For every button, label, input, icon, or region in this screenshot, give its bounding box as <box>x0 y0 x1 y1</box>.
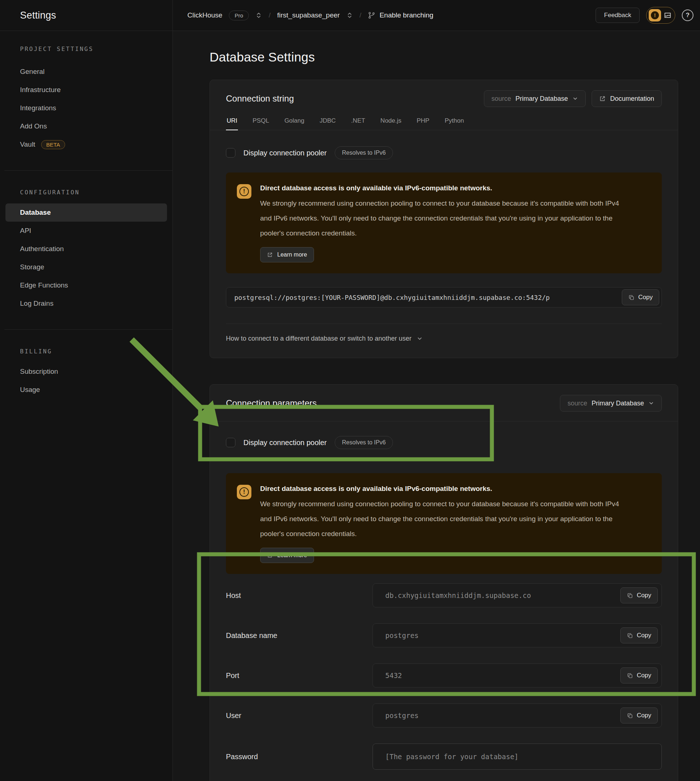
copy-uri-button[interactable]: Copy <box>622 289 659 305</box>
connection-string-card: Connection string source Primary Databas… <box>210 80 678 358</box>
external-link-icon <box>267 252 273 258</box>
copy-icon <box>627 673 633 679</box>
enable-branching-label: Enable branching <box>380 11 433 19</box>
copy-user-button[interactable]: Copy <box>620 708 658 724</box>
display-pooler-label-2: Display connection pooler <box>243 439 327 447</box>
sidebar-item-infrastructure[interactable]: Infrastructure <box>5 81 167 99</box>
project-switcher-icon[interactable] <box>347 12 353 18</box>
sidebar-item-authentication[interactable]: Authentication <box>5 240 167 258</box>
tab-uri[interactable]: URI <box>226 115 238 130</box>
ipv6-warning-panel: ! Direct database access is only availab… <box>226 172 662 273</box>
source-select-value-2: Primary Database <box>592 400 644 407</box>
copy-icon <box>628 294 635 300</box>
sidebar-item-edge-functions[interactable]: Edge Functions <box>5 276 167 294</box>
help-icon[interactable]: ? <box>682 10 693 21</box>
copy-host-button[interactable]: Copy <box>620 587 658 603</box>
breadcrumb-separator: / <box>268 11 270 19</box>
page-title: Database Settings <box>210 50 700 64</box>
warning-title-2: Direct database access is only available… <box>260 483 628 494</box>
host-input[interactable]: db.cxhygiuitamxhniiddjm.supabase.co Copy <box>373 583 662 607</box>
port-label: Port <box>226 671 373 680</box>
warning-alert-icon: ! <box>237 184 252 199</box>
display-pooler-checkbox-2[interactable] <box>226 438 235 447</box>
header-actions: Feedback ! ? <box>596 7 700 23</box>
sidebar-item-general[interactable]: General <box>5 63 167 81</box>
copy-icon <box>627 713 633 719</box>
connection-string-header: Connection string source Primary Databas… <box>210 80 678 107</box>
sidebar-item-integrations[interactable]: Integrations <box>5 99 167 117</box>
database-name-input[interactable]: postgres Copy <box>373 623 662 647</box>
notifications-button[interactable]: ! <box>646 7 675 23</box>
tab-jdbc[interactable]: JDBC <box>319 115 336 130</box>
breadcrumb-separator-2: / <box>360 11 361 19</box>
user-label: User <box>226 711 373 720</box>
chevron-down-icon[interactable] <box>417 335 423 342</box>
chevron-down-icon <box>648 401 654 406</box>
sidebar-item-vault[interactable]: Vault BETA <box>5 135 167 154</box>
panel-icon <box>663 11 672 19</box>
documentation-button[interactable]: Documentation <box>592 90 662 107</box>
sidebar-item-subscription[interactable]: Subscription <box>5 362 167 380</box>
host-label: Host <box>226 591 373 600</box>
password-input[interactable]: [The password for your database] <box>373 744 662 770</box>
switch-database-link[interactable]: How to connect to a different database o… <box>226 335 412 342</box>
connection-parameters-title: Connection parameters <box>226 398 317 408</box>
section-billing: BILLING <box>0 348 172 355</box>
copy-database-name-button[interactable]: Copy <box>620 627 658 643</box>
warning-body-2: We strongly recommend using connection p… <box>260 496 628 541</box>
breadcrumb-org[interactable]: ClickHouse <box>187 11 222 19</box>
main-content: Database Settings Connection string sour… <box>173 31 700 781</box>
alert-icon: ! <box>649 9 661 22</box>
display-pooler-label: Display connection pooler <box>243 149 327 157</box>
ipv6-warning-panel-2: ! Direct database access is only availab… <box>226 473 662 574</box>
learn-more-button[interactable]: Learn more <box>260 247 314 262</box>
user-input[interactable]: postgres Copy <box>373 704 662 728</box>
source-select-value: Primary Database <box>515 95 568 103</box>
resolves-ipv6-badge-2: Resolves to IPv6 <box>335 436 393 449</box>
password-row: Password [The password for your database… <box>226 744 662 770</box>
breadcrumb-project[interactable]: first_supabase_peer <box>277 11 340 19</box>
connection-string-tabs: URI PSQL Golang JDBC .NET Node.js PHP Py… <box>210 115 678 130</box>
resolves-ipv6-badge: Resolves to IPv6 <box>335 146 393 159</box>
connection-uri-value: postgresql://postgres:[YOUR-PASSWORD]@db… <box>234 294 622 301</box>
source-select[interactable]: source Primary Database <box>484 90 586 107</box>
org-switcher-icon[interactable] <box>255 12 262 18</box>
source-select-2[interactable]: source Primary Database <box>560 395 662 412</box>
breadcrumb: ClickHouse Pro / first_supabase_peer / E… <box>187 10 433 20</box>
sidebar-item-database[interactable]: Database <box>5 204 167 222</box>
sidebar-item-add-ons[interactable]: Add Ons <box>5 117 167 135</box>
sidebar-item-usage[interactable]: Usage <box>5 380 167 399</box>
top-bar: Settings ClickHouse Pro / first_supabase… <box>0 0 700 31</box>
tab-python[interactable]: Python <box>444 115 465 130</box>
feedback-button[interactable]: Feedback <box>596 8 640 23</box>
pooler-row-2: Display connection pooler Resolves to IP… <box>226 436 662 449</box>
tab-dotnet[interactable]: .NET <box>350 115 366 130</box>
git-branch-icon <box>368 12 375 19</box>
copy-icon <box>627 632 633 639</box>
pooler-row: Display connection pooler Resolves to IP… <box>226 146 662 159</box>
page-heading-settings: Settings <box>20 10 56 21</box>
connection-string-title: Connection string <box>226 93 294 104</box>
password-label: Password <box>226 753 373 761</box>
sidebar-item-log-drains[interactable]: Log Drains <box>5 294 167 313</box>
display-pooler-checkbox[interactable] <box>226 148 235 158</box>
host-row: Host db.cxhygiuitamxhniiddjm.supabase.co… <box>226 583 662 607</box>
tab-php[interactable]: PHP <box>416 115 430 130</box>
tab-nodejs[interactable]: Node.js <box>380 115 402 130</box>
database-name-label: Database name <box>226 631 373 640</box>
connection-parameters-card: Connection parameters source Primary Dat… <box>210 384 678 781</box>
user-row: User postgres Copy <box>226 704 662 728</box>
enable-branching-button[interactable]: Enable branching <box>368 11 433 19</box>
port-input[interactable]: 5432 Copy <box>373 663 662 688</box>
settings-sidebar: PROJECT SETTINGS General Infrastructure … <box>0 31 173 781</box>
plan-badge: Pro <box>229 10 249 20</box>
sidebar-item-api[interactable]: API <box>5 222 167 240</box>
copy-port-button[interactable]: Copy <box>620 668 658 683</box>
learn-more-button-2[interactable]: Learn more <box>260 548 314 563</box>
tab-psql[interactable]: PSQL <box>252 115 270 130</box>
warning-body: We strongly recommend using connection p… <box>260 196 628 240</box>
tab-golang[interactable]: Golang <box>284 115 305 130</box>
sidebar-divider-2 <box>4 329 172 330</box>
sidebar-item-storage[interactable]: Storage <box>5 258 167 276</box>
chevron-down-icon <box>572 96 578 102</box>
